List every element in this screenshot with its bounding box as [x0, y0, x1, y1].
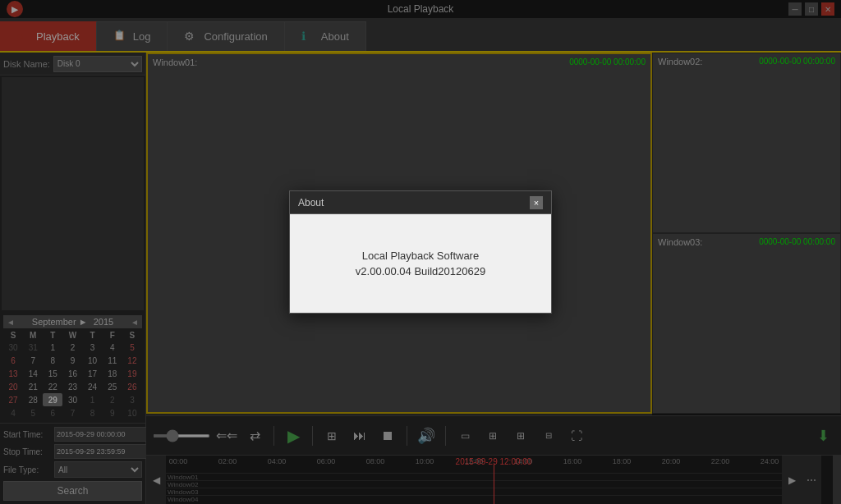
about-dialog: About × Local Playback Software v2.00.00… — [289, 190, 552, 314]
about-dialog-title: About — [298, 197, 324, 208]
about-dialog-close-button[interactable]: × — [530, 196, 543, 209]
about-dialog-body: Local Playback Software v2.00.00.04 Buil… — [290, 214, 551, 313]
about-software-name: Local Playback Software — [362, 250, 479, 262]
about-dialog-overlay: About × Local Playback Software v2.00.00… — [0, 0, 841, 504]
about-version: v2.00.00.04 Build20120629 — [356, 265, 485, 277]
about-dialog-titlebar: About × — [290, 191, 551, 214]
